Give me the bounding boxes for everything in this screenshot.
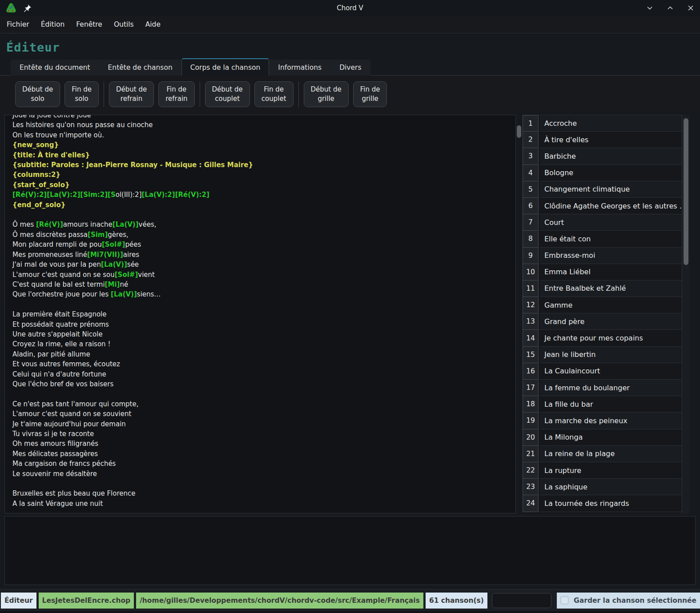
menu-item-fichier[interactable]: Fichier [1, 16, 35, 33]
song-number: 24 [523, 495, 539, 512]
song-number: 5 [523, 181, 539, 198]
close-button[interactable] [687, 4, 695, 12]
editor-scrollbar[interactable] [516, 115, 523, 513]
editor-line: Ô mes [Ré(V)]amours inache[La(V)]vées, [12, 220, 515, 229]
editor-line: On les trouve n'importe où. [12, 130, 515, 140]
tab-entete-du-document[interactable]: Entête du document [11, 60, 99, 76]
editor-line: Que l'écho bref de vos baisers [12, 379, 515, 389]
editor-line: Le souvenir me désaltère [12, 469, 515, 479]
editor-line: Et possédait quatre prénoms [12, 320, 515, 329]
song-list-row[interactable]: 11Entre Baalbek et Zahlé [523, 280, 682, 297]
maximize-button[interactable] [666, 4, 674, 12]
song-number: 3 [523, 148, 539, 164]
song-number: 10 [523, 264, 539, 280]
song-title: Clôdine Agathe Georges et les autres ... [540, 198, 682, 214]
song-list-row[interactable]: 2À tire d'elles [523, 132, 682, 148]
tab-corps-de-la-chanson[interactable]: Corps de la chanson [181, 58, 270, 76]
song-list-row[interactable]: 8Elle était con [523, 231, 682, 247]
editor-line: {new_song} [12, 140, 515, 150]
keep-song-option: Garder la chanson sélectionnée [557, 593, 700, 609]
song-number: 9 [523, 248, 539, 264]
status-input-box[interactable] [492, 593, 551, 608]
editor-line: Que l'orchestre joue pour les [La(V)]sie… [12, 289, 515, 299]
menubar: FichierÉditionFenêtreOutilsAide [0, 16, 700, 33]
window-title: Chord V [0, 4, 700, 12]
button-debut-de-couplet[interactable]: Début decouplet [205, 81, 250, 107]
menu-item-aide[interactable]: Aide [140, 16, 166, 33]
song-list-row[interactable]: 13Grand père [523, 313, 682, 330]
song-title: Grand père [540, 313, 682, 330]
song-number: 23 [523, 479, 539, 495]
song-list-row[interactable]: 20La Milonga [523, 429, 682, 446]
song-list-row[interactable]: 10Emma Liébel [523, 264, 682, 280]
song-list-row[interactable]: 21La reine de la plage [523, 446, 682, 462]
song-number: 18 [523, 396, 539, 413]
editor-line: J'ai mal de vous par la pen[La(V)]sée [12, 260, 515, 269]
song-title: La tournée des ringards [540, 495, 682, 512]
song-list-row[interactable]: 3Barbiche [523, 148, 682, 164]
song-list-scrollbar[interactable] [682, 115, 690, 513]
button-fin-de-refrain[interactable]: Fin derefrain [158, 81, 194, 107]
song-title: Accroche [540, 115, 682, 132]
toolbar-separator [200, 81, 200, 107]
song-list-row[interactable]: 19La marche des peineux [523, 413, 682, 429]
editor-line [12, 300, 515, 309]
button-debut-de-grille[interactable]: Début degrille [304, 81, 349, 107]
tab-entete-de-chanson[interactable]: Entête de chanson [99, 60, 181, 76]
song-number: 13 [523, 313, 539, 330]
button-debut-de-solo[interactable]: Début desolo [15, 81, 60, 107]
editor-line: Croyez la rime, elle a raison ! [12, 339, 515, 349]
song-list-row[interactable]: 5Changement climatique [523, 181, 682, 198]
song-list-row[interactable]: 23La saphique [523, 479, 682, 495]
song-title: La Milonga [540, 429, 682, 446]
song-number: 1 [523, 115, 539, 132]
song-title: La saphique [540, 479, 682, 495]
editor-line: Les histoires qu'on nous passe au cinoch… [12, 120, 515, 130]
editor-line: Ma cargaison de francs péchés [12, 459, 515, 469]
tab-bar: Entête du documentEntête de chansonCorps… [11, 60, 370, 76]
song-number: 16 [523, 363, 539, 380]
song-list-row[interactable]: 14Je chante pour mes copains [523, 330, 682, 346]
song-title: La femme du boulanger [540, 380, 682, 396]
song-title: La Caulaincourt [540, 363, 682, 380]
song-list-row[interactable]: 6Clôdine Agathe Georges et les autres ..… [523, 198, 682, 214]
song-list-scrollbar-thumb[interactable] [684, 118, 688, 265]
song-list-row[interactable]: 1Accroche [523, 115, 682, 132]
song-title: Changement climatique [540, 181, 682, 198]
song-list-row[interactable]: 16La Caulaincourt [523, 363, 682, 380]
keep-song-checkbox[interactable] [560, 596, 569, 605]
editor-line: Tu vivras si je te raconte [12, 429, 515, 439]
status-filename-badge: LesJetesDelEncre.chop [39, 593, 134, 609]
menu-item-outils[interactable]: Outils [108, 16, 140, 33]
song-editor[interactable]: Joue la joue contre joueLes histoires qu… [4, 115, 516, 513]
song-list-row[interactable]: 7Court [523, 214, 682, 231]
song-list-row[interactable]: 24La tournée des ringards [523, 495, 682, 512]
song-list-row[interactable]: 17La femme du boulanger [523, 380, 682, 396]
menu-item-fenetre[interactable]: Fenêtre [70, 16, 108, 33]
button-fin-de-grille[interactable]: Fin degrille [353, 81, 387, 107]
song-list-row[interactable]: 22La rupture [523, 462, 682, 479]
editor-line: Et vous autres femmes, écoutez [12, 359, 515, 369]
song-list-row[interactable]: 4Bologne [523, 165, 682, 181]
song-list-row[interactable]: 12Gamme [523, 297, 682, 313]
button-fin-de-solo[interactable]: Fin desolo [64, 81, 99, 107]
button-fin-de-couplet[interactable]: Fin decouplet [254, 81, 294, 107]
tab-informations[interactable]: Informations [269, 60, 330, 76]
song-number: 17 [523, 380, 539, 396]
song-number: 6 [523, 198, 539, 214]
editor-line: {end_of_solo} [12, 200, 515, 210]
song-list-row[interactable]: 9Embrasse-moi [523, 248, 682, 264]
menu-item-edition[interactable]: Édition [35, 16, 71, 33]
song-number: 7 [523, 214, 539, 231]
song-number: 14 [523, 330, 539, 346]
minimize-button[interactable] [646, 4, 654, 12]
song-list-row[interactable]: 18La fille du bar [523, 396, 682, 413]
song-title: La marche des peineux [540, 413, 682, 429]
editor-scrollbar-thumb[interactable] [517, 125, 521, 138]
main-area: Joue la joue contre joueLes histoires qu… [4, 115, 696, 513]
titlebar: Chord V [0, 0, 700, 16]
tab-divers[interactable]: Divers [330, 60, 370, 76]
song-list-row[interactable]: 15Jean le libertin [523, 347, 682, 363]
button-debut-de-refrain[interactable]: Début derefrain [109, 81, 154, 107]
editor-line: Mes promeneuses liné[Mi7(VII)]aires [12, 250, 515, 260]
